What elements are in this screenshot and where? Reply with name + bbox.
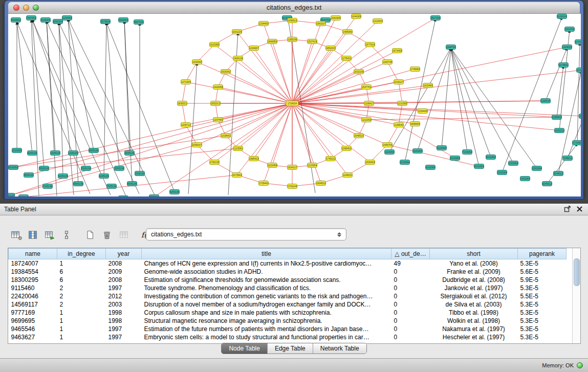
graph-node[interactable]: 1406118	[233, 56, 243, 61]
graph-node[interactable]: 1673944	[232, 173, 242, 178]
graph-node[interactable]: 1852013	[211, 101, 221, 106]
new-table-icon[interactable]	[83, 228, 97, 242]
graph-node[interactable]: 4103364	[426, 165, 435, 170]
table-row[interactable]: 1830029562008Estimation of significance …	[9, 276, 567, 284]
delete-table-icon[interactable]	[100, 228, 114, 242]
graph-node[interactable]: 7205136	[43, 184, 53, 189]
table-row[interactable]: 969969511998Structural magnetic resonanc…	[9, 317, 567, 325]
graph-node[interactable]: 3103364	[413, 149, 423, 154]
column-header-year[interactable]: year	[106, 249, 142, 259]
graph-node[interactable]: 1724034	[286, 101, 298, 106]
graph-node[interactable]: 1185236	[288, 37, 297, 42]
graph-node[interactable]: 7497304	[27, 16, 36, 20]
graph-node[interactable]: 1505493	[365, 160, 375, 165]
graph-node[interactable]: 1248151	[343, 173, 353, 178]
graph-node[interactable]: 1210465	[577, 68, 581, 73]
graph-node[interactable]: 1782135	[210, 160, 220, 165]
graph-node[interactable]: 1948794	[446, 45, 456, 50]
graph-node[interactable]: 1915469	[423, 83, 433, 88]
graph-node[interactable]: 4962804	[119, 18, 128, 23]
graph-node[interactable]: 1527761	[362, 85, 372, 90]
table-row[interactable]: 977716911998Corpus callosum shape and si…	[9, 309, 567, 317]
graph-node[interactable]: 9250136	[8, 193, 15, 197]
graph-node[interactable]: 5905136	[74, 182, 83, 186]
graph-node[interactable]: 1160748	[383, 60, 393, 64]
table-scrollbar[interactable]	[572, 248, 580, 343]
graph-node[interactable]: 5103364	[437, 146, 447, 150]
graph-node[interactable]: 6103364	[450, 156, 460, 161]
graph-node[interactable]: 2150463	[62, 16, 72, 20]
table-scrollbar-thumb[interactable]	[574, 258, 580, 286]
graph-node[interactable]: 6205136	[58, 174, 68, 179]
graph-node[interactable]: 7103364	[463, 150, 472, 155]
export-table-icon-disabled[interactable]	[117, 228, 130, 242]
graph-node[interactable]: 8245012	[554, 171, 563, 176]
graph-node[interactable]: 1424033	[562, 45, 572, 50]
close-panel-icon[interactable]	[576, 206, 583, 212]
graph-node[interactable]: 1206712	[181, 123, 191, 127]
table-row[interactable]: 1872400712008Changes of HCN gene express…	[9, 259, 567, 268]
table-row[interactable]: 1938455462009Genome-wide association stu…	[9, 268, 567, 276]
graph-node[interactable]: 6505136	[127, 182, 137, 186]
graph-node[interactable]: 1830021	[178, 101, 187, 106]
graph-node[interactable]: 9169104	[557, 14, 567, 19]
graph-node[interactable]: 3505136	[115, 166, 124, 171]
graph-node[interactable]: 1725442	[259, 181, 269, 186]
graph-node[interactable]: 8103364	[474, 164, 484, 169]
graph-node[interactable]: 6994502	[11, 18, 21, 23]
table-row[interactable]: 946362711997Embryonic stem cells: a mode…	[9, 333, 567, 341]
tab-edge-table[interactable]: Edge Table	[268, 343, 313, 354]
graph-node[interactable]: 1022458	[268, 163, 277, 168]
column-header-out_de[interactable]: △ out_de…	[391, 249, 430, 259]
graph-node[interactable]: 4205136	[99, 174, 109, 179]
graph-node[interactable]: 7250136	[149, 195, 159, 197]
graph-node[interactable]: 2103364	[400, 160, 410, 165]
graph-node[interactable]: 9505136	[24, 173, 34, 178]
graph-node[interactable]: 1963107	[316, 21, 326, 26]
panel-splitter[interactable]: ▾	[0, 200, 588, 204]
graph-node[interactable]: 1403364	[520, 177, 530, 181]
graph-node[interactable]: 9245012	[542, 182, 552, 186]
column-header-short[interactable]: short	[430, 249, 518, 259]
graph-node[interactable]: 1904510	[316, 181, 326, 186]
tab-node-table[interactable]: Node Table	[222, 343, 268, 354]
graph-node[interactable]: 1342040	[192, 60, 202, 64]
graph-node[interactable]: 1505136	[135, 171, 145, 176]
graph-node[interactable]: 1303364	[509, 161, 518, 166]
graph-node[interactable]: 1215354	[308, 163, 317, 168]
graph-node[interactable]: 7505136	[107, 184, 117, 189]
graph-node[interactable]: 2505136	[81, 166, 91, 171]
graph-node[interactable]: 1973458	[393, 49, 402, 53]
graph-node[interactable]: 1829342	[221, 70, 231, 74]
network-canvas[interactable]: 6994502749730481062048590304215046392736…	[8, 14, 581, 196]
graph-node[interactable]: 1221595	[398, 101, 407, 106]
graph-node[interactable]: 8250136	[19, 195, 29, 197]
graph-node[interactable]: 1420068	[213, 85, 223, 90]
graph-node[interactable]: 1085905	[552, 115, 562, 120]
graph-node[interactable]: 1149540	[394, 123, 404, 127]
graph-node[interactable]: 9274641	[559, 63, 569, 68]
graph-node[interactable]: 1914703	[565, 27, 575, 32]
graph-node[interactable]: 1205136	[69, 151, 78, 156]
graph-node[interactable]: 1661905	[331, 16, 341, 20]
graph-node[interactable]: 5250136	[119, 196, 128, 197]
column-header-title[interactable]: title	[142, 249, 391, 259]
graph-node[interactable]: 1063231	[555, 128, 564, 133]
merge-rows-icon[interactable]	[60, 228, 73, 242]
table-settings-icon[interactable]: ⚙	[9, 228, 23, 242]
graph-node[interactable]: 1503364	[532, 166, 542, 171]
graph-node[interactable]: 9273604	[101, 19, 111, 24]
graph-node[interactable]: 1103364	[385, 150, 395, 155]
float-panel-icon[interactable]	[563, 205, 571, 213]
graph-node[interactable]: 1866950	[268, 39, 277, 44]
graph-node[interactable]: 7245012	[563, 156, 573, 161]
tab-network-table[interactable]: Network Table	[313, 343, 366, 354]
graph-node[interactable]: 1763144	[288, 184, 297, 189]
graph-node[interactable]: 1207455	[213, 118, 223, 122]
graph-node[interactable]: 1123581	[233, 146, 243, 151]
graph-node[interactable]: 8505136	[89, 148, 99, 153]
table-row[interactable]: 1456911722003Disruption of a novel membe…	[9, 300, 567, 309]
memory-status-icon[interactable]	[577, 362, 583, 368]
graph-node[interactable]: 1559518	[579, 114, 581, 119]
graph-node[interactable]: 1154409	[418, 109, 428, 114]
